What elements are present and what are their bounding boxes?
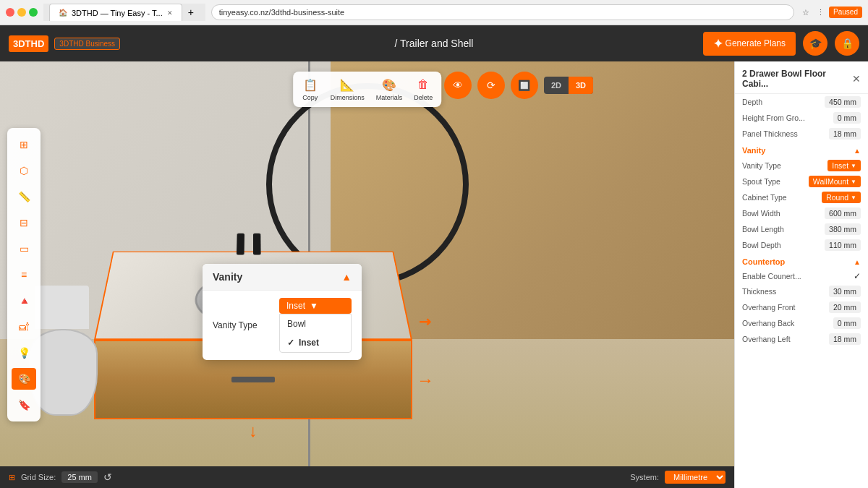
sidebar-tool-stairs[interactable]: 🔺 [12,290,36,312]
star-icon[interactable]: ☆ [800,7,812,18]
refresh-btn[interactable]: ↺ [103,471,112,483]
bowl-length-row: Bowl Length 380 mm [735,221,868,237]
enable-countertop-label: Enable Counert... [742,272,851,281]
sidebar-tool-layers[interactable]: ⊞ [12,134,36,155]
sidebar-tool-grid[interactable]: ⊟ [12,212,36,234]
sidebar-tool-measure[interactable]: 📏 [12,186,36,207]
delete-icon: 🗑 [414,77,432,92]
countertop-section-header[interactable]: Countertop ▲ [735,253,868,269]
system-label: System: [630,473,659,481]
vanity-dropdown: Inset ▼ Bowl ✓ Inset [279,298,352,353]
bottom-bar: ⊞ Grid Size: 25 mm ↺ System: Millimetre [0,466,734,488]
bowl-depth-value: 110 mm [825,239,861,251]
logo: 3DTHD [9,35,48,52]
spout-type-row: Spout Type WallMount ▼ [735,174,868,189]
depth-row: Depth 450 mm [735,94,868,110]
panel-thickness-row: Panel Thickness 18 mm [735,126,868,142]
panel-close-btn[interactable]: ✕ [852,73,861,85]
settings-icon[interactable]: ⋮ [814,7,826,18]
down-arrow: ↓ [249,421,258,441]
bowl-length-label: Bowl Length [742,225,822,234]
vanity-type-label: Vanity Type [213,320,258,330]
sidebar-tool-sofa[interactable]: 🛋 [12,316,36,338]
cabinet-type-value[interactable]: Round ▼ [822,192,861,203]
materials-tool[interactable]: 🎨 Materials [376,77,403,101]
cabinet-type-row: Cabinet Type Round ▼ [735,189,868,205]
spout-value-text: WallMount [813,177,848,186]
sidebar-tool-paint[interactable]: 🎨 [12,368,36,390]
close-window-btn[interactable] [6,8,14,17]
spout-type-value[interactable]: WallMount ▼ [809,176,861,187]
overhang-left-row: Overhang Left 18 mm [735,331,868,347]
viewport[interactable]: ↓ → ↗ 📋 [0,61,734,488]
maximize-window-btn[interactable] [29,8,38,17]
new-tab-btn[interactable]: + [182,4,200,21]
overhang-back-row: Overhang Back 0 mm [735,315,868,331]
panel-header: 2 Drawer Bowl Floor Cabi... ✕ [735,61,868,94]
dropdown-option-bowl[interactable]: Bowl [280,314,351,333]
check-icon: ✓ [287,338,294,348]
vanity-type-dropdown-arrow: ▼ [851,163,856,169]
account-btn[interactable]: 🔒 [835,31,859,56]
2d-mode-btn[interactable]: 2D [544,77,569,94]
url-text: tinyeasy.co.nz/3dthd-business-suite [219,8,344,17]
app: 3DTHD 3DTHD Business / Trailer and Shell… [0,25,868,488]
bowl-depth-row: Bowl Depth 110 mm [735,237,868,253]
address-bar[interactable]: tinyeasy.co.nz/3dthd-business-suite [211,4,794,20]
vanity-collapse-btn[interactable]: ▲ [341,271,352,283]
vanity-section-title: Vanity [742,146,765,155]
countertop-section-title: Countertop [742,257,785,266]
cabinet-dropdown-arrow: ▼ [851,194,856,201]
layers-btn[interactable]: 🔲 [511,72,538,99]
system-right: System: Millimetre [630,471,726,484]
vanity-type-value-text: Inset [832,161,848,170]
enable-countertop-checkbox[interactable]: ✓ [854,271,861,281]
thickness-value: 30 mm [829,286,861,297]
sidebar-tool-panels[interactable]: ▭ [12,238,36,260]
cabinet-type-label: Cabinet Type [742,193,819,202]
faucet-right [253,234,261,255]
tab-title: 3DTHD — Tiny Easy - T... [72,9,163,17]
sidebar-tool-cube[interactable]: ⬡ [12,160,36,181]
bowl-depth-label: Bowl Depth [742,241,822,249]
dimensions-tool[interactable]: 📐 Dimensions [331,77,365,101]
camera-btn[interactable]: 👁 [444,72,472,99]
dropdown-selected[interactable]: Inset ▼ [279,298,352,314]
help-btn[interactable]: 🎓 [803,31,827,56]
vanity-panel-header: Vanity ▲ [203,264,362,291]
3d-mode-btn[interactable]: 3D [569,77,593,94]
delete-tool[interactable]: 🗑 Delete [414,77,433,101]
sidebar-tool-bookmark[interactable]: 🔖 [12,394,36,416]
grid-icon: ⊞ [9,473,15,482]
dimensions-label: Dimensions [331,94,365,101]
faucet-left [237,234,244,255]
thickness-label: Thickness [742,287,826,296]
overhang-front-label: Overhang Front [742,303,826,312]
vanity-type-prop-value[interactable]: Inset ▼ [827,160,861,171]
sidebar-tool-stack[interactable]: ≡ [12,264,36,286]
overhang-left-value: 18 mm [829,333,861,345]
vanity-type-prop-row: Vanity Type Inset ▼ [735,158,868,174]
orbit-btn[interactable]: ⟳ [477,72,505,99]
business-badge: 3DTHD Business [54,38,120,50]
copy-tool[interactable]: 📋 Copy [302,77,319,101]
vanity-type-row: Vanity Type Inset ▼ Bowl [203,291,362,360]
minimize-window-btn[interactable] [17,8,26,17]
view-controls: 👁 ⟳ 🔲 2D 3D [444,72,593,99]
browser-tab[interactable]: 🏠 3DTHD — Tiny Easy - T... ✕ [49,4,182,21]
system-select[interactable]: Millimetre [665,471,726,484]
bowl-length-value: 380 mm [825,223,861,235]
dropdown-selected-label: Inset [286,301,305,311]
height-row: Height From Gro... 0 mm [735,110,868,126]
sidebar-tool-light[interactable]: 💡 [12,342,36,364]
generate-plans-btn[interactable]: ✦ Generate Plans [703,32,796,56]
dropdown-arrow-icon: ▼ [310,301,318,311]
overhang-front-row: Overhang Front 20 mm [735,299,868,315]
tab-close-btn[interactable]: ✕ [167,9,173,17]
vanity-section-header[interactable]: Vanity ▲ [735,142,868,158]
dropdown-option-inset[interactable]: ✓ Inset [280,333,351,352]
drawer-handle [231,377,275,382]
vanity-panel: Vanity ▲ Vanity Type Inset ▼ [203,264,362,360]
height-value: 0 mm [833,112,861,124]
viewport-bg: ↓ → ↗ 📋 [0,61,734,488]
